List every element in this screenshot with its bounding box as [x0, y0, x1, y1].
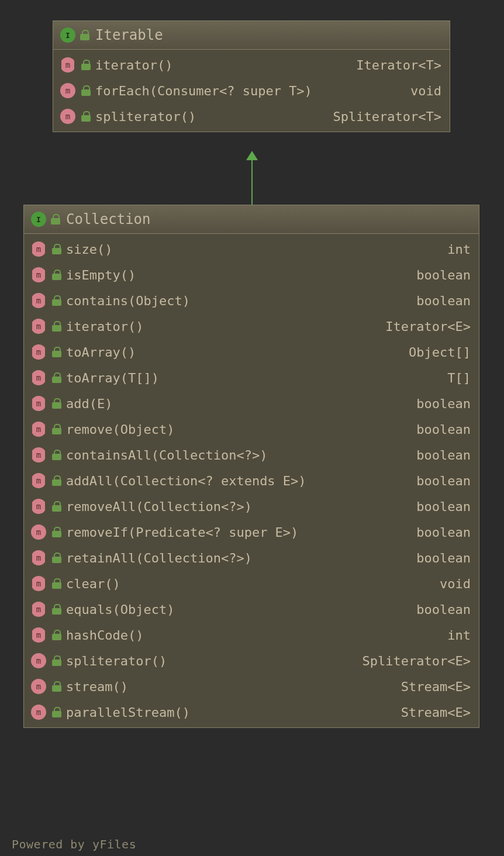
interface-icon: I: [60, 27, 75, 43]
abstract-method-icon: m: [31, 550, 46, 565]
method-return-type: boolean: [416, 525, 471, 540]
method-row[interactable]: mcontainsAll(Collection<?>)boolean: [24, 442, 479, 468]
method-return-type: void: [440, 577, 471, 591]
lock-icon: [52, 321, 61, 332]
lock-icon: [52, 604, 61, 615]
method-row[interactable]: miterator()Iterator<E>: [24, 313, 479, 339]
method-row[interactable]: mequals(Object)boolean: [24, 596, 479, 622]
method-return-type: Iterator<E>: [385, 319, 471, 334]
method-row[interactable]: mparallelStream()Stream<E>: [24, 699, 479, 725]
method-row[interactable]: mremove(Object)boolean: [24, 416, 479, 442]
method-signature: stream(): [66, 679, 128, 694]
abstract-method-icon: m: [60, 57, 75, 73]
method-signature: forEach(Consumer<? super T>): [95, 84, 312, 98]
inheritance-arrow: [246, 151, 258, 205]
class-header[interactable]: I Iterable: [53, 21, 450, 50]
lock-icon: [52, 553, 61, 563]
method-return-type: Object[]: [409, 345, 471, 360]
method-row[interactable]: mspliterator()Spliterator<E>: [24, 648, 479, 674]
method-signature: iterator(): [66, 319, 143, 334]
method-signature: remove(Object): [66, 422, 174, 437]
class-header[interactable]: I Collection: [24, 205, 479, 234]
lock-icon: [52, 347, 61, 357]
interface-icon: I: [31, 212, 46, 227]
lock-icon: [51, 214, 60, 225]
method-return-type: boolean: [416, 448, 471, 462]
method-row[interactable]: msize()int: [24, 236, 479, 262]
lock-icon: [52, 270, 61, 280]
method-return-type: boolean: [416, 294, 471, 308]
method-return-type: boolean: [416, 474, 471, 488]
method-signature: isEmpty(): [66, 268, 136, 282]
method-icon: m: [60, 83, 75, 98]
method-return-type: Spliterator<T>: [333, 109, 441, 124]
class-node-collection[interactable]: I Collection msize()intmisEmpty()boolean…: [23, 205, 479, 728]
lock-icon: [52, 244, 61, 254]
abstract-method-icon: m: [31, 499, 46, 514]
method-return-type: Stream<E>: [401, 705, 471, 720]
method-icon: m: [31, 705, 46, 720]
abstract-method-icon: m: [31, 344, 46, 360]
lock-icon: [52, 450, 61, 460]
method-row[interactable]: miterator()Iterator<T>: [53, 52, 450, 78]
arrow-line: [251, 159, 253, 205]
method-signature: addAll(Collection<? extends E>): [66, 474, 306, 488]
abstract-method-icon: m: [31, 241, 46, 257]
method-signature: iterator(): [95, 58, 172, 73]
method-row[interactable]: mtoArray(T[])T[]: [24, 365, 479, 391]
method-return-type: boolean: [416, 602, 471, 617]
abstract-method-icon: m: [31, 267, 46, 282]
method-signature: removeIf(Predicate<? super E>): [66, 525, 298, 540]
method-return-type: void: [410, 84, 441, 98]
abstract-method-icon: m: [31, 473, 46, 488]
lock-icon: [80, 30, 89, 40]
method-row[interactable]: mtoArray()Object[]: [24, 339, 479, 365]
method-row[interactable]: madd(E)boolean: [24, 391, 479, 416]
method-icon: m: [31, 653, 46, 668]
watermark-text: Powered by yFiles: [12, 837, 136, 851]
class-title: Collection: [66, 211, 151, 227]
method-row[interactable]: mremoveAll(Collection<?>)boolean: [24, 493, 479, 519]
abstract-method-icon: m: [31, 396, 46, 411]
abstract-method-icon: m: [31, 319, 46, 334]
method-icon: m: [31, 679, 46, 694]
class-body: miterator()Iterator<T>mforEach(Consumer<…: [53, 50, 450, 132]
lock-icon: [81, 60, 91, 70]
method-row[interactable]: mcontains(Object)boolean: [24, 288, 479, 313]
method-row[interactable]: mspliterator()Spliterator<T>: [53, 103, 450, 129]
method-row[interactable]: mclear()void: [24, 571, 479, 596]
lock-icon: [52, 424, 61, 434]
method-signature: containsAll(Collection<?>): [66, 448, 267, 462]
method-icon: m: [60, 109, 75, 124]
method-row[interactable]: misEmpty()boolean: [24, 262, 479, 288]
abstract-method-icon: m: [31, 370, 46, 385]
method-return-type: boolean: [416, 499, 471, 514]
class-body: msize()intmisEmpty()booleanmcontains(Obj…: [24, 234, 479, 727]
method-return-type: Spliterator<E>: [363, 654, 471, 668]
method-signature: toArray(): [66, 345, 136, 360]
method-signature: clear(): [66, 577, 120, 591]
method-row[interactable]: mremoveIf(Predicate<? super E>)boolean: [24, 519, 479, 545]
method-row[interactable]: mstream()Stream<E>: [24, 674, 479, 699]
abstract-method-icon: m: [31, 627, 46, 643]
method-return-type: boolean: [416, 551, 471, 565]
method-signature: hashCode(): [66, 628, 143, 643]
class-node-iterable[interactable]: I Iterable miterator()Iterator<T>mforEac…: [53, 20, 450, 132]
method-return-type: int: [447, 628, 471, 643]
method-row[interactable]: mhashCode()int: [24, 622, 479, 648]
method-icon: m: [31, 524, 46, 540]
method-return-type: boolean: [416, 268, 471, 282]
lock-icon: [81, 111, 91, 122]
lock-icon: [52, 681, 61, 692]
method-row[interactable]: mretainAll(Collection<?>)boolean: [24, 545, 479, 571]
abstract-method-icon: m: [31, 293, 46, 308]
method-return-type: T[]: [447, 371, 471, 385]
method-return-type: boolean: [416, 422, 471, 437]
method-signature: size(): [66, 242, 112, 257]
method-signature: retainAll(Collection<?>): [66, 551, 252, 565]
method-row[interactable]: mforEach(Consumer<? super T>)void: [53, 78, 450, 103]
method-signature: equals(Object): [66, 602, 174, 617]
method-return-type: Stream<E>: [401, 679, 471, 694]
lock-icon: [52, 398, 61, 409]
method-row[interactable]: maddAll(Collection<? extends E>)boolean: [24, 468, 479, 493]
